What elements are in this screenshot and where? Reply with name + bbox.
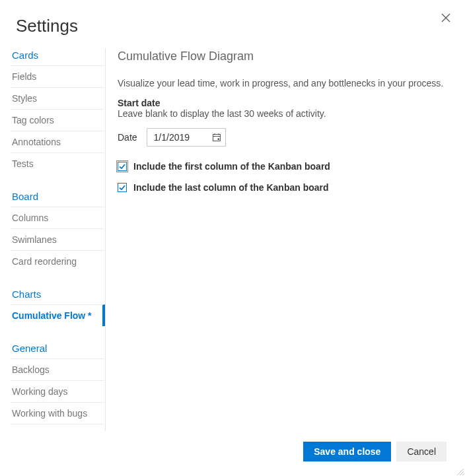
- sidebar-item-annotations[interactable]: Annotations: [11, 131, 105, 153]
- sidebar-item-tag-colors[interactable]: Tag colors: [11, 109, 105, 131]
- svg-rect-6: [217, 139, 219, 141]
- sidebar-item-card-reordering[interactable]: Card reordering: [11, 250, 105, 272]
- date-input-container: [147, 128, 226, 147]
- date-input[interactable]: [154, 132, 205, 143]
- sidebar-item-backlogs[interactable]: Backlogs: [11, 358, 105, 380]
- start-date-label: Start date: [118, 98, 452, 108]
- sidebar-section-cards[interactable]: Cards: [11, 48, 105, 65]
- sidebar-item-cumulative-flow[interactable]: Cumulative Flow *: [11, 304, 105, 326]
- include-first-column-checkbox[interactable]: [118, 162, 127, 171]
- sidebar-item-tests[interactable]: Tests: [11, 153, 105, 174]
- settings-dialog: Settings Cards Fields Styles Tag colors …: [0, 0, 465, 476]
- sidebar-section-general[interactable]: General: [11, 337, 105, 358]
- calendar-icon[interactable]: [212, 133, 221, 142]
- save-and-close-button[interactable]: Save and close: [303, 442, 391, 461]
- sidebar-item-fields[interactable]: Fields: [11, 65, 105, 87]
- dialog-footer: Save and close Cancel: [303, 442, 447, 461]
- date-label: Date: [118, 132, 137, 143]
- svg-line-9: [462, 474, 464, 475]
- sidebar-item-styles[interactable]: Styles: [11, 87, 105, 109]
- sidebar-item-columns[interactable]: Columns: [11, 207, 105, 228]
- resize-grip-icon[interactable]: [456, 467, 464, 475]
- content-title: Cumulative Flow Diagram: [118, 50, 452, 63]
- sidebar-section-board[interactable]: Board: [11, 185, 105, 207]
- include-first-column-label: Include the first column of the Kanban b…: [133, 161, 330, 172]
- settings-sidebar: Cards Fields Styles Tag colors Annotatio…: [11, 48, 106, 431]
- include-last-column-label: Include the last column of the Kanban bo…: [133, 182, 329, 193]
- content-panel: Cumulative Flow Diagram Visualize your l…: [106, 48, 465, 431]
- dialog-title: Settings: [0, 0, 465, 48]
- close-icon[interactable]: [441, 13, 450, 22]
- start-date-help: Leave blank to display the last 30 weeks…: [118, 108, 452, 119]
- sidebar-item-working-days[interactable]: Working days: [11, 380, 105, 402]
- content-description: Visualize your lead time, work in progre…: [118, 78, 452, 88]
- cancel-button[interactable]: Cancel: [396, 442, 447, 461]
- include-last-column-checkbox[interactable]: [118, 183, 127, 192]
- sidebar-item-working-with-bugs[interactable]: Working with bugs: [11, 402, 105, 425]
- sidebar-section-charts[interactable]: Charts: [11, 283, 105, 304]
- sidebar-item-swimlanes[interactable]: Swimlanes: [11, 228, 105, 250]
